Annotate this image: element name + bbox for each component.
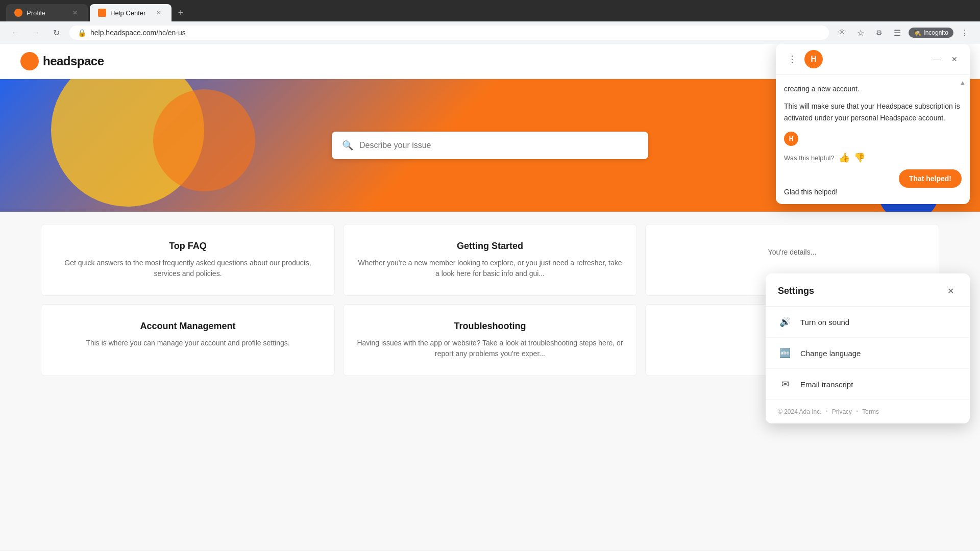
settings-item-sound-label: Turn on sound [800,318,849,327]
chat-body: ▲ creating a new account. This will make… [776,75,970,204]
new-tab-button[interactable]: + [174,6,188,20]
glad-text: Glad this helped! [784,188,962,196]
sound-icon: 🔊 [778,315,792,329]
settings-modal: Settings ✕ 🔊 Turn on sound 🔤 Change lang… [766,273,970,423]
extensions-btn[interactable]: ⚙ [872,26,886,40]
url-text: help.headspace.com/hc/en-us [90,29,821,37]
faq-card-desc-account-mgmt: This is where you can manage your accoun… [54,338,322,348]
faq-card-title-account-mgmt: Account Management [54,321,322,332]
address-bar: ← → ↻ 🔒 help.headspace.com/hc/en-us 👁 ☆ … [0,21,980,44]
tab-bar: Profile ✕ Help Center ✕ + [0,0,980,21]
search-icon: 🔍 [342,140,353,151]
chat-menu-button[interactable]: ⋮ [784,51,800,67]
chat-close-button[interactable]: ✕ [947,52,962,66]
settings-footer-privacy[interactable]: Privacy [832,408,852,415]
faq-card-desc-top-faq: Get quick answers to the most frequently… [54,258,322,279]
chat-minimize-button[interactable]: — [929,52,943,66]
chat-header-left: ⋮ H [784,50,823,68]
settings-close-button[interactable]: ✕ [943,284,958,298]
lock-icon: 🔒 [78,29,86,37]
was-helpful-label: Was this helpful? [784,154,835,162]
faq-card-desc-troubleshooting: Having issues with the app or website? T… [356,338,624,359]
search-input[interactable] [359,141,638,150]
chat-header-actions: — ✕ [929,52,962,66]
incognito-badge: 🕵 Incognito [909,28,953,38]
faq-card-account-mgmt[interactable]: Account Management This is where you can… [41,304,335,376]
extension-btn[interactable]: 👁 [835,26,849,40]
forward-button[interactable]: → [29,26,43,40]
chat-message-helpful: This will make sure that your Headspace … [784,101,962,123]
incognito-label: Incognito [923,29,948,36]
sidebar-btn[interactable]: ☰ [890,26,904,40]
chat-bubble-user-avatar: H [784,132,798,146]
tab-profile[interactable]: Profile ✕ [6,4,88,21]
chat-avatar: H [804,50,823,68]
tab-help-center-title: Help Center [110,9,150,17]
footer-dot-2: • [856,408,858,415]
incognito-icon: 🕵 [914,29,921,36]
hero-circle-orange [153,89,255,191]
chat-header: ⋮ H — ✕ [776,44,970,75]
faq-card-desc-3: You're details... [658,247,926,258]
logo-area: headspace [20,52,104,70]
that-helped-button[interactable]: That helped! [899,169,962,188]
site-logo-text: headspace [43,54,104,68]
footer-dot-1: • [826,408,828,415]
tab-help-center[interactable]: Help Center ✕ [90,4,172,21]
page-content: headspace Submit a request ☺ 🔍 Top FAQ G… [0,44,980,550]
faq-card-title-top-faq: Top FAQ [54,241,322,252]
bookmark-btn[interactable]: ☆ [853,26,868,40]
search-container: 🔍 [332,132,648,159]
chat-message-creating: creating a new account. [784,83,962,94]
settings-item-email[interactable]: ✉ Email transcript [766,369,970,400]
browser-chrome: Profile ✕ Help Center ✕ + ← → ↻ 🔒 help.h… [0,0,980,44]
search-box: 🔍 [332,132,648,159]
faq-card-title-troubleshooting: Troubleshooting [356,321,624,332]
faq-card-top-faq[interactable]: Top FAQ Get quick answers to the most fr… [41,224,335,296]
settings-item-language-label: Change language [800,349,861,358]
settings-item-language[interactable]: 🔤 Change language [766,338,970,369]
faq-card-getting-started[interactable]: Getting Started Whether you're a new mem… [343,224,637,296]
profile-favicon [14,9,22,17]
email-icon: ✉ [778,377,792,391]
chat-helpful-row: Was this helpful? 👍 👎 [784,152,962,163]
chat-widget: ⋮ H — ✕ ▲ creating a new account. This w… [776,44,970,204]
settings-footer-terms[interactable]: Terms [862,408,879,415]
headspace-logo-circle [20,52,39,70]
faq-card-desc-getting-started: Whether you're a new member looking to e… [356,258,624,279]
toolbar-right: 👁 ☆ ⚙ ☰ 🕵 Incognito ⋮ [835,26,972,40]
help-center-favicon [98,9,106,17]
thumbs-down-button[interactable]: 👎 [854,152,865,163]
scroll-indicator: ▲ [960,79,966,86]
tab-profile-title: Profile [27,9,66,17]
chat-bubble-user: H [784,130,962,146]
settings-footer: © 2024 Ada Inc. • Privacy • Terms [766,400,970,423]
language-icon: 🔤 [778,346,792,360]
settings-title: Settings [778,286,814,296]
more-btn[interactable]: ⋮ [958,26,972,40]
settings-header: Settings ✕ [766,273,970,307]
settings-footer-copyright: © 2024 Ada Inc. [778,408,822,415]
tab-help-center-close[interactable]: ✕ [154,8,163,17]
url-bar[interactable]: 🔒 help.headspace.com/hc/en-us [69,26,829,40]
faq-card-title-getting-started: Getting Started [356,241,624,252]
faq-card-troubleshooting[interactable]: Troubleshooting Having issues with the a… [343,304,637,376]
tab-profile-close[interactable]: ✕ [70,8,80,17]
thumbs-up-button[interactable]: 👍 [839,152,850,163]
reload-button[interactable]: ↻ [49,26,63,40]
settings-item-sound[interactable]: 🔊 Turn on sound [766,307,970,338]
settings-item-email-label: Email transcript [800,380,853,389]
back-button[interactable]: ← [8,26,22,40]
